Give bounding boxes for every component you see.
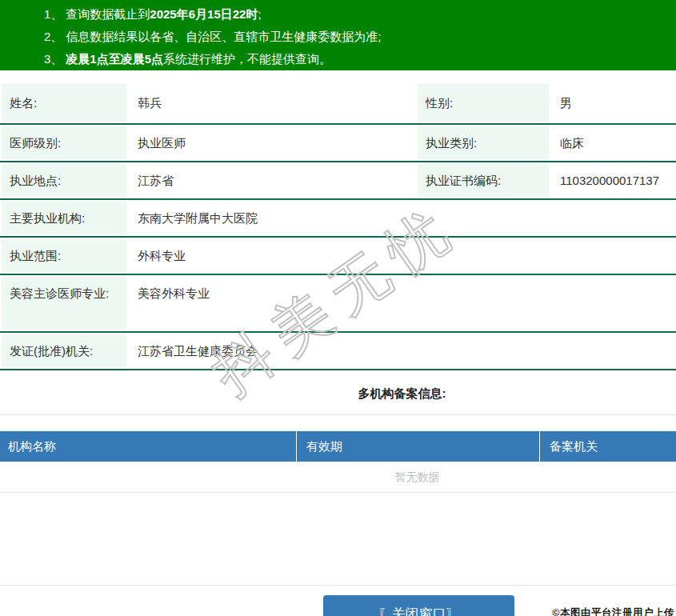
field-label-doctor-level: 医师级别: (0, 125, 128, 161)
table-row-issuing-authority: 发证(批准)机关: 江苏省卫生健康委员会 (0, 333, 676, 370)
field-value-gender: 男 (550, 82, 676, 123)
field-value-practice-category: 临床 (550, 125, 676, 161)
table-row-location-certno: 执业地点: 江苏省 执业证书编码: 110320000017137 (0, 162, 676, 200)
notice-text: 查询数据截止到 (66, 7, 150, 21)
field-label-cosmetic-specialty: 美容主诊医师专业: (0, 275, 128, 331)
field-label-practice-location: 执业地点: (0, 162, 128, 198)
no-data-placeholder: 暂无数据 (0, 462, 676, 493)
query-result-page: 1、查询数据截止到2025年6月15日22时; 2、信息数据结果以各省、自治区、… (0, 0, 676, 616)
field-value-practice-location: 江苏省 (128, 162, 416, 198)
table-row-name-gender: 姓名: 韩兵 性别: 男 (0, 82, 676, 125)
table-row-level-category: 医师级别: 执业医师 执业类别: 临床 (0, 125, 676, 162)
table-row-main-institution: 主要执业机构: 东南大学附属中大医院 (0, 200, 676, 238)
table-row-practice-scope: 执业范围: 外科专业 (0, 238, 676, 275)
notice-text: 系统进行维护，不能提供查询。 (163, 52, 331, 66)
notice-banner: 1、查询数据截止到2025年6月15日22时; 2、信息数据结果以各省、自治区、… (0, 0, 676, 70)
field-value-main-institution: 东南大学附属中大医院 (128, 200, 676, 236)
notice-item-1: 1、查询数据截止到2025年6月15日22时; (44, 6, 676, 22)
notice-item-2: 2、信息数据结果以各省、自治区、直辖市卫生健康委数据为准; (44, 28, 676, 45)
column-header-record-authority: 备案机关 (540, 431, 676, 462)
field-value-issuing-authority: 江苏省卫生健康委员会 (128, 333, 676, 369)
field-label-certificate-number: 执业证书编码: (416, 162, 550, 198)
multi-institution-section-title: 多机构备案信息: (128, 370, 676, 402)
field-label-main-institution: 主要执业机构: (0, 200, 128, 236)
records-table-header: 机构名称 有效期 备案机关 (0, 431, 676, 462)
field-value-doctor-level: 执业医师 (128, 125, 416, 161)
notice-number: 2、 (44, 30, 62, 43)
notice-item-3: 3、凌晨1点至凌晨5点系统进行维护，不能提供查询。 (44, 50, 676, 67)
field-label-practice-scope: 执业范围: (0, 238, 128, 274)
field-value-name: 韩兵 (128, 82, 416, 123)
field-label-gender: 性别: (416, 82, 550, 123)
field-label-practice-category: 执业类别: (416, 125, 550, 161)
field-label-name: 姓名: (0, 82, 128, 123)
field-value-practice-scope: 外科专业 (128, 238, 676, 274)
notice-text: 信息数据结果以各省、自治区、直辖市卫生健康委数据为准; (66, 30, 381, 43)
notice-number: 1、 (44, 7, 62, 21)
notice-text-bold: 凌晨1点至凌晨5点 (66, 52, 163, 66)
column-header-institution-name: 机构名称 (0, 431, 297, 462)
table-row-cosmetic-specialty: 美容主诊医师专业: 美容外科专业 (0, 275, 676, 333)
close-window-button[interactable]: 〖关闭窗口〗 (323, 595, 514, 616)
field-label-issuing-authority: 发证(批准)机关: (0, 333, 128, 369)
copyright-watermark-label: ©本图由平台注册用户上传 (552, 606, 674, 616)
doctor-profile-table: 姓名: 韩兵 性别: 男 医师级别: 执业医师 执业类别: 临床 执业地点: 江… (0, 82, 676, 370)
field-value-certificate-number: 110320000017137 (550, 162, 676, 198)
footer-bar: 〖关闭窗口〗 ©本图由平台注册用户上传 (0, 585, 676, 616)
section-title-row: 多机构备案信息: (0, 370, 676, 415)
notice-number: 3、 (44, 52, 62, 66)
column-header-validity-period: 有效期 (297, 431, 540, 462)
field-value-cosmetic-specialty: 美容外科专业 (128, 275, 676, 331)
notice-text-bold: 2025年6月15日22时 (150, 7, 258, 21)
notice-text: ; (258, 7, 261, 21)
blank-area (0, 493, 676, 585)
